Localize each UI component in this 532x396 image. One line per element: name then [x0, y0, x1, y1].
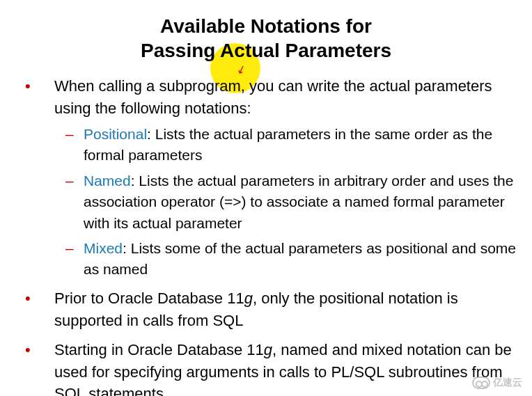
keyword-positional: Positional — [84, 126, 147, 142]
title-line-1: Available Notations for — [14, 14, 518, 38]
watermark: 亿速云 — [472, 377, 522, 389]
bullet-prior-pre: Prior to Oracle Database 11 — [54, 290, 244, 307]
sub-bullet-mixed: Mixed: Lists some of the actual paramete… — [54, 238, 518, 280]
sub-bullet-positional: Positional: Lists the actual parameters … — [54, 124, 518, 166]
bullet-starting: Starting in Oracle Database 11g, named a… — [14, 339, 518, 396]
bullet-starting-italic: g — [264, 341, 272, 358]
watermark-logo-icon — [472, 377, 490, 389]
main-bullet-list: When calling a subprogram, you can write… — [14, 75, 518, 396]
slide-title: Available Notations for Passing Actual P… — [14, 14, 518, 63]
sub-bullet-list: Positional: Lists the actual parameters … — [54, 124, 518, 280]
bullet-prior: Prior to Oracle Database 11g, only the p… — [14, 287, 518, 332]
bullet-intro: When calling a subprogram, you can write… — [14, 75, 518, 280]
keyword-named: Named — [84, 173, 131, 189]
title-line-2: Passing Actual Parameters — [14, 38, 518, 63]
bullet-prior-italic: g — [244, 290, 253, 307]
watermark-text: 亿速云 — [493, 377, 522, 389]
bullet-intro-text: When calling a subprogram, you can write… — [54, 77, 492, 117]
keyword-mixed: Mixed — [84, 240, 123, 256]
desc-mixed: : Lists some of the actual parameters as… — [84, 240, 516, 277]
desc-named: : Lists the actual parameters in arbitra… — [84, 173, 513, 231]
sub-bullet-named: Named: Lists the actual parameters in ar… — [54, 171, 518, 234]
bullet-starting-pre: Starting in Oracle Database 11 — [54, 341, 264, 358]
